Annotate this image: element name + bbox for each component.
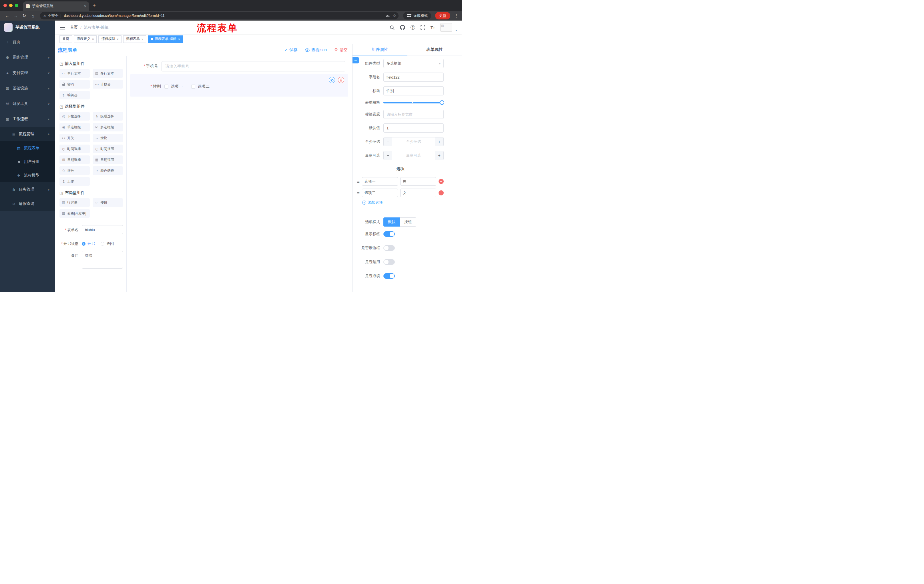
minus-button[interactable]: − [384,151,392,160]
minus-button[interactable]: − [384,137,392,146]
radio-status-open[interactable]: 开启 [82,241,95,246]
font-size-icon[interactable]: TT [431,25,435,30]
gender-field-row[interactable]: 性别 选项一 选项二 [133,84,345,89]
form-name-input[interactable] [82,225,123,234]
help-icon[interactable]: ? [411,25,415,30]
sidebar-item-process-form[interactable]: ▤ 流程表单 [0,141,55,155]
phone-field-row[interactable]: 手机号 [130,61,348,71]
address-bar[interactable]: ⚠ 不安全 dashboard.yudao.iocoder.cn/bpm/man… [40,12,399,20]
sidebar-item-workflow[interactable]: ⊞ 工作流程 ∧ [0,112,55,127]
tag-process-definition[interactable]: 流程定义 × [74,35,97,43]
tab-close-icon[interactable]: × [84,4,86,8]
component-chip-cascader[interactable]: ⋔级联选择 [92,112,123,120]
toggle-border[interactable] [383,245,395,251]
plus-button[interactable]: + [435,151,444,160]
component-chip-table[interactable]: ▦表格[开发中] [59,209,90,218]
update-button[interactable]: 更新 [435,12,450,20]
component-chip-editor[interactable]: ¶编辑器 [59,91,90,99]
component-chip-date-picker[interactable]: ⊞日期选择 [59,155,90,164]
component-chip-dropdown[interactable]: ◎下拉选择 [59,112,90,120]
title-input[interactable] [383,86,444,95]
tag-process-form[interactable]: 流程表单 × [123,35,146,43]
gender-widget-selected[interactable]: 性别 选项一 选项二 [130,74,348,97]
toggle-disabled[interactable] [383,259,395,265]
tag-close-icon[interactable]: × [92,38,94,41]
checkbox-option-2[interactable]: 选项二 [191,84,210,89]
drag-handle-icon[interactable]: ≡ [357,179,360,184]
tag-close-icon[interactable]: × [117,38,118,41]
component-chip-checkbox-group[interactable]: ☑多选框组 [92,123,123,132]
browser-tab[interactable]: 芋道管理系统 × [23,2,89,11]
default-value-input[interactable] [383,123,444,133]
sidebar-item-system[interactable]: ⚙ 系统管理 ∨ [0,50,55,65]
plus-button[interactable]: + [435,137,444,146]
bookmark-star-icon[interactable]: ☆ [393,13,396,18]
field-name-input[interactable] [383,72,444,82]
component-chip-upload[interactable]: ↥上传 [59,177,90,186]
component-chip-color-picker[interactable]: ◑颜色选择 [92,166,123,175]
sidebar-item-infra[interactable]: ⊡ 基础设施 ∨ [0,81,55,96]
component-chip-radio-group[interactable]: ◉单选框组 [59,123,90,132]
style-button-button[interactable]: 按钮 [400,217,416,227]
slider-track[interactable] [383,102,444,104]
form-canvas[interactable]: 手机号 [127,56,352,292]
checkbox-option-1[interactable]: 选项一 [164,84,183,89]
new-tab-button[interactable]: + [92,2,96,8]
copy-widget-button[interactable] [329,77,335,83]
sidebar-item-leave-query[interactable]: ☺ 请假查询 [0,197,55,211]
style-default-button[interactable]: 默认 [383,217,400,227]
drag-handle-icon[interactable]: ≡ [357,191,360,196]
window-close-button[interactable] [3,4,7,7]
component-chip-counter[interactable]: 123计数器 [92,80,123,89]
tag-close-icon[interactable]: × [178,38,180,41]
component-type-select[interactable]: 多选框组 ▾ [383,59,444,68]
save-button[interactable]: ✓ 保存 [284,48,298,53]
tab-component-props[interactable]: 组件属性 [353,44,408,55]
component-chip-date-range[interactable]: ▦日期范围 [92,155,123,164]
radio-status-closed[interactable]: 关闭 [101,241,114,246]
component-chip-rate[interactable]: ☆评分 [59,166,90,175]
component-chip-password[interactable]: 密码 [59,80,90,89]
delete-widget-button[interactable] [338,77,344,83]
option-label-input[interactable] [362,177,398,186]
sidebar-item-process-mgmt[interactable]: ≣ 流程管理 ∧ [0,127,55,141]
option-value-input[interactable] [400,177,436,186]
add-option-button[interactable]: + 添加选项 [362,200,444,205]
checkbox-box[interactable] [191,85,195,89]
remove-option-button[interactable]: − [439,190,444,196]
hamburger-icon[interactable] [60,26,65,30]
fullscreen-icon[interactable] [421,25,425,30]
component-chip-button[interactable]: ☞按钮 [92,198,123,207]
component-chip-single-text[interactable]: ▭单行文本 [59,69,90,78]
github-icon[interactable] [400,25,405,30]
component-chip-switch[interactable]: ⊶开关 [59,134,90,142]
browser-home-icon[interactable]: ⌂ [29,13,36,18]
avatar-chevron-down-icon[interactable]: ▾ [455,29,457,32]
tag-process-form-edit[interactable]: 流程表单-编辑 × [148,35,183,43]
component-chip-time-picker[interactable]: ◷时间选择 [59,145,90,153]
component-chip-row-container[interactable]: ▥行容器 [59,198,90,207]
component-chip-slider[interactable]: ↔滑块 [92,134,123,142]
component-chip-time-range[interactable]: ◴时间范围 [92,145,123,153]
phone-input[interactable] [162,61,345,71]
back-icon[interactable]: ← [3,13,11,18]
label-width-input[interactable] [383,110,444,119]
tab-form-props[interactable]: 表单属性 [408,44,462,55]
clear-button[interactable]: 清空 [334,48,348,53]
component-chip-textarea[interactable]: ▤多行文本 [92,69,123,78]
tag-home[interactable]: 首页 [59,35,72,43]
tag-process-model[interactable]: 流程模型 × [98,35,121,43]
link-icon[interactable]: ∞ [353,57,359,63]
window-zoom-button[interactable] [15,4,18,7]
checkbox-box[interactable] [164,85,168,89]
grid-slider[interactable] [383,100,444,105]
avatar[interactable]: ▨ [440,23,452,32]
remove-option-button[interactable]: − [439,179,444,184]
slider-knob[interactable] [440,100,444,105]
tag-close-icon[interactable]: × [142,38,143,41]
breadcrumb-home[interactable]: 首页 [70,25,78,30]
sidebar-item-home[interactable]: ◔ 首页 [0,34,55,50]
option-value-input[interactable] [400,189,436,197]
password-key-icon[interactable] [385,14,390,18]
sidebar-item-payment[interactable]: ¥ 支付管理 ∨ [0,65,55,81]
